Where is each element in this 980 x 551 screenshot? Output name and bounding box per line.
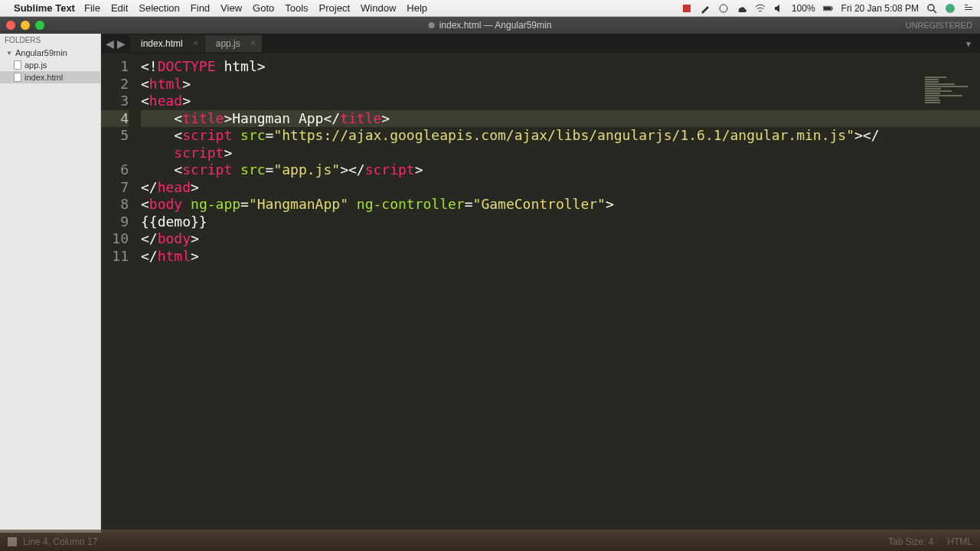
sidebar-file-indexhtml[interactable]: index.html — [0, 71, 100, 83]
chevron-down-icon: ▼ — [6, 50, 12, 57]
modified-indicator-icon — [429, 22, 435, 28]
tab-indexhtml[interactable]: index.html × — [130, 35, 205, 52]
app-name[interactable]: Sublime Text — [14, 2, 75, 14]
code-area[interactable]: 1234567891011 <!DOCTYPE html><html><head… — [101, 54, 980, 533]
sidebar-folder[interactable]: ▼ Angular59min — [0, 47, 100, 59]
volume-icon[interactable] — [773, 3, 784, 14]
notification-icon[interactable] — [963, 3, 974, 14]
menu-file[interactable]: File — [84, 2, 100, 14]
clock-icon[interactable] — [718, 3, 729, 14]
macos-dock[interactable] — [0, 530, 980, 551]
folder-label: Angular59min — [15, 48, 67, 57]
window-minimize-button[interactable] — [21, 21, 30, 30]
tab-appjs[interactable]: app.js × — [205, 35, 263, 52]
menu-project[interactable]: Project — [319, 2, 350, 14]
menu-edit[interactable]: Edit — [111, 2, 128, 14]
siri-icon[interactable] — [945, 3, 956, 14]
menu-tools[interactable]: Tools — [285, 2, 308, 14]
sidebar-file-appjs[interactable]: app.js — [0, 59, 100, 71]
nav-back-icon[interactable]: ◀ — [106, 37, 114, 50]
svg-rect-8 — [965, 5, 968, 5]
menu-help[interactable]: Help — [407, 2, 427, 14]
macos-menubar: Sublime Text File Edit Selection Find Vi… — [0, 0, 980, 17]
tab-bar: ◀ ▶ index.html × app.js × ▼ — [101, 34, 980, 54]
sidebar-header: FOLDERS — [0, 34, 100, 47]
tab-label: app.js — [216, 38, 240, 49]
line-gutter: 1234567891011 — [101, 54, 138, 533]
menu-window[interactable]: Window — [361, 2, 396, 14]
window-close-button[interactable] — [6, 21, 15, 30]
svg-rect-3 — [823, 6, 831, 9]
svg-rect-10 — [965, 9, 972, 10]
svg-line-6 — [933, 10, 936, 13]
tab-close-icon[interactable]: × — [193, 38, 198, 47]
svg-rect-0 — [683, 5, 691, 12]
spotlight-icon[interactable] — [926, 3, 937, 14]
cloud-icon[interactable] — [737, 3, 747, 14]
svg-rect-4 — [831, 7, 832, 9]
pen-icon[interactable] — [700, 3, 710, 14]
svg-point-1 — [720, 5, 727, 12]
sidebar: FOLDERS ▼ Angular59min app.js index.html — [0, 34, 101, 533]
menu-find[interactable]: Find — [191, 2, 210, 14]
menu-selection[interactable]: Selection — [139, 2, 179, 14]
tab-close-icon[interactable]: × — [250, 38, 255, 47]
svg-rect-9 — [965, 7, 972, 8]
menu-goto[interactable]: Goto — [253, 2, 274, 14]
window-maximize-button[interactable] — [35, 21, 44, 30]
battery-percent[interactable]: 100% — [792, 3, 815, 14]
menu-view[interactable]: View — [220, 2, 242, 14]
file-label: index.html — [24, 73, 63, 82]
wifi-icon[interactable] — [755, 3, 766, 14]
window-titlebar: index.html — Angular59min UNREGISTERED — [0, 17, 980, 34]
svg-point-5 — [928, 5, 934, 11]
tab-overflow-icon[interactable]: ▼ — [965, 40, 980, 48]
code-content[interactable]: <!DOCTYPE html><html><head> <title>Hangm… — [138, 54, 980, 533]
datetime[interactable]: Fri 20 Jan 5:08 PM — [841, 3, 919, 14]
svg-point-7 — [946, 4, 955, 13]
minimap[interactable] — [925, 77, 978, 107]
window-title: index.html — Angular59min — [439, 20, 552, 31]
file-icon — [14, 73, 21, 82]
battery-icon[interactable] — [823, 3, 834, 14]
tab-label: index.html — [141, 38, 183, 49]
editor: ◀ ▶ index.html × app.js × ▼ 123456789101… — [101, 34, 980, 533]
file-icon — [14, 60, 21, 70]
file-label: app.js — [24, 60, 47, 70]
nav-forward-icon[interactable]: ▶ — [117, 37, 126, 50]
record-icon[interactable] — [681, 3, 692, 14]
unregistered-label: UNREGISTERED — [906, 21, 972, 30]
